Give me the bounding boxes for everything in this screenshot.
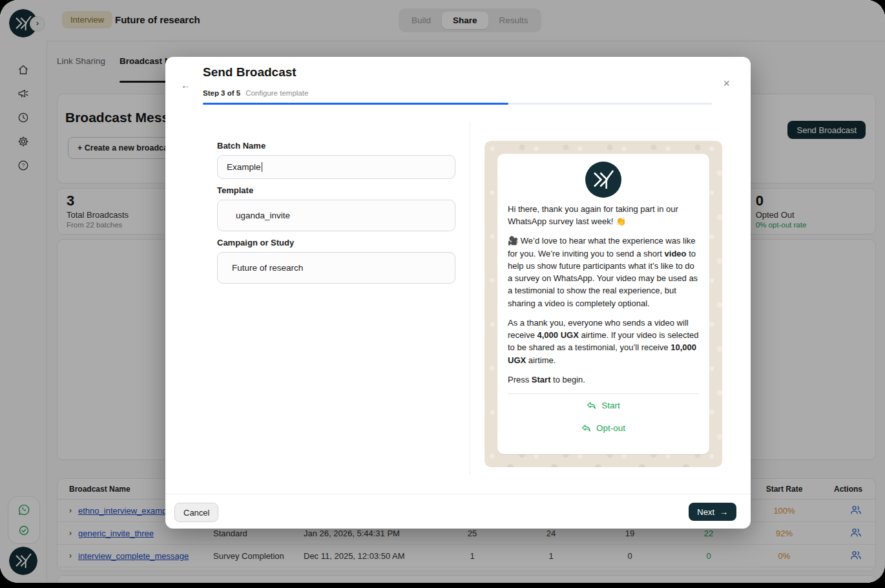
campaign-label: Campaign or Study [217, 238, 294, 247]
campaign-value: Future of research [232, 263, 303, 273]
arrow-right-icon: → [720, 507, 728, 517]
reply-icon [587, 401, 596, 410]
brand-logo [585, 162, 621, 198]
step-description: Configure template [245, 89, 308, 97]
progress-bar [203, 103, 712, 105]
step-indicator: Step 3 of 5Configure template [203, 89, 308, 97]
message-paragraph: As a thank you, everyone who sends a vid… [508, 317, 699, 366]
reply-icon [581, 423, 591, 433]
message-paragraph: Press Start to begin. [508, 373, 699, 386]
batch-name-input[interactable]: Example [217, 155, 455, 179]
message-bubble: Hi there, thank you again for taking par… [497, 154, 709, 454]
message-paragraph: 🎥 We’d love to hear what the experience … [508, 235, 699, 309]
quick-reply-start-button[interactable]: Start [497, 394, 709, 417]
message-paragraph: Hi there, thank you again for taking par… [508, 203, 699, 227]
template-select[interactable]: uganda_invite [217, 200, 455, 231]
message-text: Hi there, thank you again for taking par… [497, 203, 709, 386]
campaign-select[interactable]: Future of research [217, 252, 455, 284]
template-value: uganda_invite [236, 211, 290, 220]
progress-fill [203, 103, 508, 105]
form-preview-divider [470, 121, 470, 475]
batch-name-label: Batch Name [217, 141, 266, 151]
cancel-button[interactable]: Cancel [174, 503, 218, 522]
text-cursor [262, 162, 263, 172]
close-icon[interactable]: × [723, 78, 730, 89]
back-arrow-icon[interactable]: ← [181, 79, 191, 90]
modal-footer: Cancel Next→ [165, 494, 751, 529]
next-button[interactable]: Next→ [689, 503, 736, 521]
app-window: › [0, 0, 885, 583]
modal-title: Send Broadcast [203, 65, 297, 79]
send-broadcast-modal: ← × Send Broadcast Step 3 of 5Configure … [165, 57, 751, 529]
template-label: Template [217, 185, 253, 195]
quick-reply-optout-button[interactable]: Opt-out [497, 417, 709, 439]
whatsapp-preview: Hi there, thank you again for taking par… [484, 141, 722, 467]
batch-name-value: Example [227, 162, 261, 172]
step-label: Step 3 of 5 [203, 89, 240, 97]
